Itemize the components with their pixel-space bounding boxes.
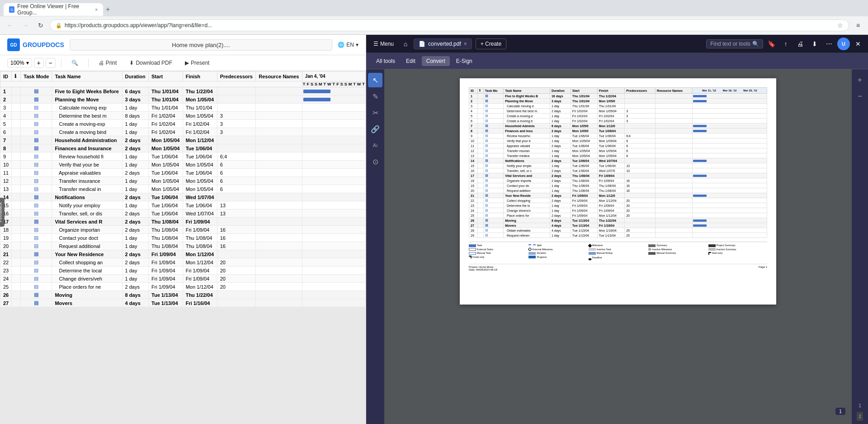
groupdocs-logo: GD GROUPDOCS: [7, 38, 64, 51]
pdf-table-row: 25 ▤ Place orders for 2 days Fri 1/09/04…: [469, 213, 767, 218]
print-button[interactable]: 🖨 Print: [94, 58, 122, 68]
new-tab-button[interactable]: +: [106, 5, 110, 14]
row-mode: ▤: [21, 258, 52, 267]
row-gantt: [302, 136, 365, 144]
pdf-annotate-tool[interactable]: ✎: [368, 89, 382, 104]
table-row: 23 ▤ Determine the local 1 day Fri 1/09/…: [0, 267, 366, 275]
row-res: [256, 193, 302, 201]
row-mode: ▤: [21, 128, 52, 136]
pdf-table-row: 17 ▤ Vital Services and 2 days Thu 1/08/…: [469, 173, 767, 178]
row-info: [12, 95, 21, 104]
active-tab[interactable]: G Free Online Viewer | Free Group... ×: [4, 3, 103, 16]
zoom-in-button[interactable]: +: [34, 58, 44, 68]
pdf-text-tool[interactable]: Aı: [368, 138, 382, 152]
row-res: [256, 95, 302, 104]
pdf-zoom-out-sidebar[interactable]: −: [853, 89, 867, 104]
refresh-button[interactable]: ↻: [34, 19, 47, 32]
pdf-zoom-in-sidebar[interactable]: +: [853, 73, 867, 87]
pdf-legend: Task Split Milestone Summary Project Sum…: [469, 242, 767, 260]
pdf-table-row: 3 ▤ Calculate moving e 1 day Thu 1/01/04…: [469, 104, 767, 109]
row-id: 22: [0, 258, 12, 267]
zoom-out-button[interactable]: −: [46, 58, 56, 68]
table-row: 5 ▤ Create a moving-exp 1 day Fri 1/02/0…: [0, 120, 366, 128]
pdf-esign-button[interactable]: E-Sign: [452, 56, 477, 66]
feedback-tab[interactable]: Feedback: [0, 198, 5, 227]
row-name: Your New Residence: [52, 250, 122, 258]
pdf-table-row: 20 ▤ Request addition 1 day Thu 1/08/04 …: [469, 188, 767, 193]
row-name: Create a moving-exp: [52, 120, 122, 128]
row-info: [12, 226, 21, 234]
pdf-search-bar[interactable]: Find text or tools 🔍: [706, 39, 763, 48]
row-mode: ▤: [21, 275, 52, 283]
row-duration: 2 days: [122, 193, 148, 201]
search-button[interactable]: 🔍: [67, 58, 83, 68]
present-button[interactable]: ▶ Present: [180, 58, 214, 68]
zoom-dropdown-icon: ▾: [26, 60, 29, 66]
pdf-cursor-tool[interactable]: ↖: [368, 73, 382, 87]
row-gantt: [302, 128, 365, 136]
legend-progress: Progress: [528, 256, 587, 260]
row-info: [12, 210, 21, 218]
row-gantt: [302, 267, 365, 275]
pdf-table-row: 29 ▤ Request referen 1 day Tue 1/13/04 T…: [469, 233, 767, 238]
document-area[interactable]: ID ℹ Task Mode Task Name Duration Start …: [0, 71, 366, 424]
row-gantt: [302, 226, 365, 234]
language-selector[interactable]: 🌐 EN ▾: [338, 42, 359, 48]
row-finish: Fri 1/16/04: [183, 299, 217, 307]
row-res: [256, 267, 302, 275]
separator-1: [61, 58, 61, 67]
download-button[interactable]: ⬇ Download PDF: [125, 58, 177, 68]
row-res: [256, 120, 302, 128]
legend-finish-only: Finish-only: [469, 256, 528, 260]
table-row: 18 ▤ Organize importan 2 days Thu 1/08/0…: [0, 226, 366, 234]
pdf-more-button[interactable]: ⋯: [823, 38, 835, 50]
pdf-table-row: 7 ▤ Household Adminis 6 days Mon 1/05/0 …: [469, 124, 767, 129]
row-name: Transfer insurance: [52, 177, 122, 185]
row-duration: 1 day: [122, 267, 148, 275]
pdf-edit-button[interactable]: Edit: [401, 56, 420, 66]
tab-close-button[interactable]: ×: [95, 7, 98, 12]
pdf-redact-tool[interactable]: ⊙: [368, 154, 382, 169]
back-button[interactable]: ←: [4, 19, 16, 32]
pdf-page-area[interactable]: ID ℹ Task Mo Task Name Duration Start Fi…: [384, 69, 852, 424]
pdf-convert-button[interactable]: Convert: [422, 56, 450, 66]
pdf-alltools-button[interactable]: All tools: [372, 56, 400, 66]
row-name: Determine the best m: [52, 112, 122, 120]
table-row: 11 ▤ Appraise valuables 2 days Tue 1/06/…: [0, 169, 366, 177]
pdf-close-tab-button[interactable]: ×: [464, 41, 467, 47]
bookmark-icon[interactable]: ☆: [837, 22, 843, 29]
row-finish: Fri 1/09/04: [183, 218, 217, 226]
pdf-print-button[interactable]: 🖨: [794, 38, 807, 50]
row-name: Planning the Move: [52, 95, 122, 104]
row-res: [256, 275, 302, 283]
row-finish: Mon 1/12/04: [183, 136, 217, 144]
pdf-crop-tool[interactable]: ✂: [368, 105, 382, 120]
pdf-share-button[interactable]: ↑: [779, 38, 792, 50]
pdf-download-button[interactable]: ⬇: [808, 38, 821, 50]
address-bar[interactable]: 🔒 https://products.groupdocs.app/viewer/…: [50, 19, 849, 31]
row-info: [12, 258, 21, 267]
legend-task: Task: [469, 244, 528, 247]
pdf-home-button[interactable]: ⌂: [399, 38, 412, 50]
row-res: [256, 250, 302, 258]
pdf-create-button[interactable]: + Create: [476, 38, 506, 49]
menu-button[interactable]: ≡: [852, 19, 864, 32]
pdf-close-button[interactable]: ✕: [852, 38, 864, 50]
row-mode: ▤: [21, 152, 52, 161]
row-duration: 2 days: [122, 258, 148, 267]
pdf-link-tool[interactable]: 🔗: [368, 122, 382, 136]
pdf-table-row: 2 ▤ Planning the Move 3 days Thu 1/01/04…: [469, 99, 767, 104]
forward-button[interactable]: →: [19, 19, 32, 32]
pdf-menu-button[interactable]: ☰ Menu: [370, 39, 397, 49]
row-pred: 16: [217, 234, 255, 242]
row-id: 13: [0, 185, 12, 193]
row-name: Create a moving bind: [52, 128, 122, 136]
pdf-table-row: 22 ▤ Collect shopping 2 days Fri 1/09/04…: [469, 198, 767, 203]
row-name: Determine the local: [52, 267, 122, 275]
table-row: 24 ▤ Change drivers/veh 1 day Fri 1/09/0…: [0, 275, 366, 283]
row-name: Collect shopping an: [52, 258, 122, 267]
row-mode: ▤: [21, 226, 52, 234]
zoom-value[interactable]: 100% ▾: [7, 58, 32, 67]
row-gantt: [302, 120, 365, 128]
pdf-bookmark-button[interactable]: 🔖: [765, 38, 778, 50]
